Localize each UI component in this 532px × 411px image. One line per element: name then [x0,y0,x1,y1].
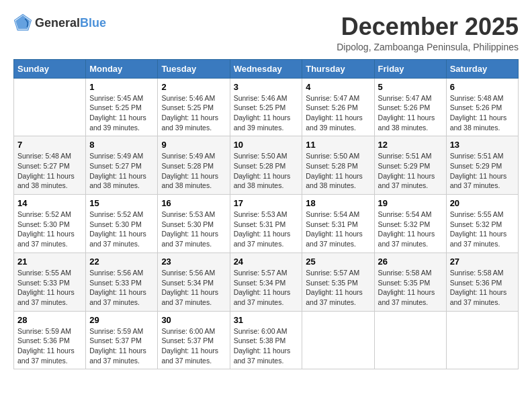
main-title: December 2025 [337,13,519,40]
day-info: Sunrise: 5:49 AMSunset: 5:28 PMDaylight:… [161,151,226,191]
day-number: 3 [234,82,299,92]
day-info: Sunrise: 5:46 AMSunset: 5:25 PMDaylight:… [161,93,226,133]
day-number: 24 [234,257,299,267]
day-number: 2 [161,82,226,92]
calendar-cell: 13Sunrise: 5:51 AMSunset: 5:29 PMDayligh… [446,136,518,195]
calendar-cell: 8Sunrise: 5:49 AMSunset: 5:27 PMDaylight… [86,136,158,195]
day-info: Sunrise: 5:59 AMSunset: 5:36 PMDaylight:… [17,326,82,366]
day-number: 15 [89,198,154,208]
calendar-header: SundayMondayTuesdayWednesdayThursdayFrid… [14,59,519,78]
calendar-cell [446,311,518,369]
day-info: Sunrise: 5:46 AMSunset: 5:25 PMDaylight:… [234,93,299,133]
calendar-cell: 24Sunrise: 5:57 AMSunset: 5:34 PMDayligh… [230,253,302,311]
day-number: 13 [450,140,515,150]
header-wednesday: Wednesday [230,59,302,78]
header-row: SundayMondayTuesdayWednesdayThursdayFrid… [14,59,519,78]
logo-icon [13,13,32,32]
day-info: Sunrise: 5:47 AMSunset: 5:26 PMDaylight:… [306,93,370,133]
calendar-table: SundayMondayTuesdayWednesdayThursdayFrid… [13,59,519,370]
day-number: 5 [378,82,443,92]
header-friday: Friday [374,59,446,78]
header-saturday: Saturday [446,59,518,78]
calendar-cell [302,311,374,369]
day-number: 1 [89,82,154,92]
day-number: 9 [161,140,226,150]
calendar-cell: 10Sunrise: 5:50 AMSunset: 5:28 PMDayligh… [230,136,302,195]
calendar-cell: 27Sunrise: 5:58 AMSunset: 5:36 PMDayligh… [446,253,518,311]
calendar-cell: 15Sunrise: 5:52 AMSunset: 5:30 PMDayligh… [86,195,158,253]
day-number: 11 [306,140,370,150]
calendar-cell: 29Sunrise: 5:59 AMSunset: 5:37 PMDayligh… [86,311,158,369]
week-row-3: 14Sunrise: 5:52 AMSunset: 5:30 PMDayligh… [14,195,519,253]
day-info: Sunrise: 5:45 AMSunset: 5:25 PMDaylight:… [89,93,154,133]
day-number: 21 [17,257,82,267]
day-info: Sunrise: 5:55 AMSunset: 5:32 PMDaylight:… [450,210,515,249]
header-sunday: Sunday [14,59,86,78]
day-info: Sunrise: 5:57 AMSunset: 5:34 PMDaylight:… [234,268,299,308]
logo-blue: Blue [80,16,106,30]
day-number: 14 [17,198,82,208]
calendar-cell: 21Sunrise: 5:55 AMSunset: 5:33 PMDayligh… [14,253,86,311]
calendar-cell: 1Sunrise: 5:45 AMSunset: 5:25 PMDaylight… [86,78,158,136]
calendar-cell: 22Sunrise: 5:56 AMSunset: 5:33 PMDayligh… [86,253,158,311]
calendar-cell: 20Sunrise: 5:55 AMSunset: 5:32 PMDayligh… [446,195,518,253]
day-info: Sunrise: 5:49 AMSunset: 5:27 PMDaylight:… [89,151,154,191]
day-info: Sunrise: 5:57 AMSunset: 5:35 PMDaylight:… [306,268,370,308]
logo-general: General [35,16,80,30]
calendar-cell: 4Sunrise: 5:47 AMSunset: 5:26 PMDaylight… [302,78,374,136]
week-row-4: 21Sunrise: 5:55 AMSunset: 5:33 PMDayligh… [14,253,519,311]
day-info: Sunrise: 6:00 AMSunset: 5:38 PMDaylight:… [234,326,299,366]
day-number: 16 [161,198,226,208]
calendar-cell: 5Sunrise: 5:47 AMSunset: 5:26 PMDaylight… [374,78,446,136]
day-number: 30 [161,315,226,325]
day-number: 6 [450,82,515,92]
calendar-cell: 28Sunrise: 5:59 AMSunset: 5:36 PMDayligh… [14,311,86,369]
calendar-cell: 3Sunrise: 5:46 AMSunset: 5:25 PMDaylight… [230,78,302,136]
calendar-cell: 2Sunrise: 5:46 AMSunset: 5:25 PMDaylight… [158,78,230,136]
title-block: December 2025 Dipolog, Zamboanga Peninsu… [337,13,519,52]
day-number: 7 [17,140,82,150]
calendar-cell: 23Sunrise: 5:56 AMSunset: 5:34 PMDayligh… [158,253,230,311]
day-info: Sunrise: 5:51 AMSunset: 5:29 PMDaylight:… [450,151,515,191]
calendar-cell: 16Sunrise: 5:53 AMSunset: 5:30 PMDayligh… [158,195,230,253]
day-info: Sunrise: 5:54 AMSunset: 5:32 PMDaylight:… [378,210,443,249]
day-info: Sunrise: 5:55 AMSunset: 5:33 PMDaylight:… [17,268,82,308]
week-row-5: 28Sunrise: 5:59 AMSunset: 5:36 PMDayligh… [14,311,519,369]
day-number: 22 [89,257,154,267]
calendar-cell: 25Sunrise: 5:57 AMSunset: 5:35 PMDayligh… [302,253,374,311]
day-info: Sunrise: 5:53 AMSunset: 5:31 PMDaylight:… [234,210,299,249]
week-row-1: 1Sunrise: 5:45 AMSunset: 5:25 PMDaylight… [14,78,519,136]
calendar-cell: 26Sunrise: 5:58 AMSunset: 5:35 PMDayligh… [374,253,446,311]
day-info: Sunrise: 5:56 AMSunset: 5:33 PMDaylight:… [89,268,154,308]
day-info: Sunrise: 5:52 AMSunset: 5:30 PMDaylight:… [17,210,82,249]
calendar-cell: 11Sunrise: 5:50 AMSunset: 5:28 PMDayligh… [302,136,374,195]
day-info: Sunrise: 5:50 AMSunset: 5:28 PMDaylight:… [234,151,299,191]
calendar-cell: 14Sunrise: 5:52 AMSunset: 5:30 PMDayligh… [14,195,86,253]
day-info: Sunrise: 5:48 AMSunset: 5:27 PMDaylight:… [17,151,82,191]
calendar-cell [374,311,446,369]
calendar-cell: 7Sunrise: 5:48 AMSunset: 5:27 PMDaylight… [14,136,86,195]
page-header: General Blue December 2025 Dipolog, Zamb… [13,13,519,52]
calendar-cell: 6Sunrise: 5:48 AMSunset: 5:26 PMDaylight… [446,78,518,136]
header-thursday: Thursday [302,59,374,78]
calendar-cell: 17Sunrise: 5:53 AMSunset: 5:31 PMDayligh… [230,195,302,253]
header-monday: Monday [86,59,158,78]
day-info: Sunrise: 5:59 AMSunset: 5:37 PMDaylight:… [89,326,154,366]
calendar-cell: 19Sunrise: 5:54 AMSunset: 5:32 PMDayligh… [374,195,446,253]
day-number: 10 [234,140,299,150]
day-info: Sunrise: 5:53 AMSunset: 5:30 PMDaylight:… [161,210,226,249]
calendar-cell: 18Sunrise: 5:54 AMSunset: 5:31 PMDayligh… [302,195,374,253]
day-info: Sunrise: 5:56 AMSunset: 5:34 PMDaylight:… [161,268,226,308]
calendar-body: 1Sunrise: 5:45 AMSunset: 5:25 PMDaylight… [14,78,519,369]
day-info: Sunrise: 5:48 AMSunset: 5:26 PMDaylight:… [450,93,515,133]
day-number: 31 [234,315,299,325]
calendar-cell: 31Sunrise: 6:00 AMSunset: 5:38 PMDayligh… [230,311,302,369]
day-number: 18 [306,198,370,208]
day-number: 20 [450,198,515,208]
header-tuesday: Tuesday [158,59,230,78]
day-number: 29 [89,315,154,325]
calendar-cell [14,78,86,136]
day-number: 27 [450,257,515,267]
day-number: 17 [234,198,299,208]
day-number: 8 [89,140,154,150]
